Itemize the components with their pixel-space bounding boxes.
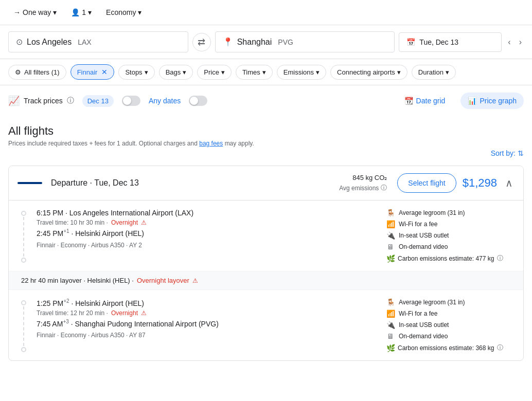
- calendar-icon: 📅: [406, 38, 415, 46]
- travel-time-text-1: Travel time: 10 hr 30 min ·: [37, 219, 108, 226]
- arrive-time-2: 7:45 AM: [37, 319, 63, 327]
- all-filters-button[interactable]: ⚙ All filters (1): [8, 65, 66, 80]
- all-filters-label: All filters (1): [24, 68, 60, 76]
- wifi-icon-2: 📶: [386, 309, 395, 318]
- amenity-video-1: 🖥 On-demand video: [386, 243, 515, 251]
- overnight-layover-label: Overnight layover: [137, 277, 189, 284]
- segment-timeline-2: [21, 300, 26, 352]
- passengers-button[interactable]: 👤 1 ▾: [66, 5, 97, 20]
- date-chip-label: Dec 13: [87, 97, 109, 105]
- video-label-1: On-demand video: [399, 243, 448, 250]
- any-dates-toggle[interactable]: [189, 96, 207, 106]
- bag-fees-link[interactable]: bag fees: [199, 140, 223, 147]
- price-graph-icon: 📊: [468, 97, 476, 105]
- date-field[interactable]: 📅 Tue, Dec 13: [399, 32, 502, 52]
- chevron-down-icon: ▾: [262, 68, 266, 76]
- select-flight-button[interactable]: Select flight: [397, 173, 456, 193]
- circle-icon: ⊙: [16, 37, 23, 47]
- airline-logo: [17, 175, 43, 191]
- flight-segment-1: 6:15 PM · Los Angeles International Airp…: [9, 200, 523, 271]
- depart-airport-2: Helsinki Airport (HEL): [75, 299, 144, 307]
- flight-card-header: Departure · Tue, Dec 13 845 kg CO₂ Avg e…: [9, 166, 523, 200]
- wifi-label-1: Wi-Fi for a fee: [399, 221, 437, 228]
- swap-button[interactable]: ⇄: [192, 33, 211, 51]
- timeline-dot-bottom-2: [21, 347, 26, 352]
- arrive-info-2: 7:45 AM+3 · Shanghai Pudong Internationa…: [37, 319, 386, 328]
- amenity-wifi-2: 📶 Wi-Fi for a fee: [386, 309, 515, 318]
- timeline-dot-bottom: [21, 258, 26, 263]
- duration-filter-button[interactable]: Duration ▾: [412, 65, 456, 80]
- info-icon-carbon-1[interactable]: ⓘ: [497, 254, 503, 263]
- amenity-usb-2: 🔌 In-seat USB outlet: [386, 321, 515, 329]
- filters-bar: ⚙ All filters (1) Finnair ✕ Stops ▾ Bags…: [0, 59, 532, 85]
- stops-label: Stops: [125, 68, 142, 76]
- emissions-info: 845 kg CO₂ Avg emissions ⓘ: [339, 174, 387, 192]
- origin-code: LAX: [78, 38, 91, 46]
- airline-info-2: Finnair · Economy · Airbus A350 · AY 87: [37, 332, 386, 339]
- sort-button[interactable]: Sort by: ⇅: [491, 149, 524, 157]
- emissions-label: Emissions: [283, 68, 314, 76]
- connecting-airports-filter-button[interactable]: Connecting airports ▾: [330, 65, 407, 80]
- legroom-label-2: Average legroom (31 in): [399, 299, 465, 306]
- warning-icon-layover: ⚠: [192, 277, 198, 284]
- destination-field[interactable]: 📍 Shanghai PVG: [215, 31, 395, 52]
- price-graph-label: Price graph: [480, 97, 517, 105]
- depart-superscript-2: +2: [63, 298, 69, 304]
- bags-label: Bags: [166, 68, 181, 76]
- price-graph-button[interactable]: 📊 Price graph: [460, 93, 524, 109]
- flight-segment-2: 1:25 PM+2 · Helsinki Airport (HEL) Trave…: [9, 290, 523, 360]
- date-grid-button[interactable]: 📆 Date grid: [397, 93, 453, 109]
- amenity-legroom-2: 🪑 Average legroom (31 in): [386, 298, 515, 306]
- duration-label: Duration: [418, 68, 444, 76]
- destination-city: Shanghai: [237, 38, 272, 47]
- info-icon[interactable]: ⓘ: [67, 96, 74, 105]
- usb-label-2: In-seat USB outlet: [399, 321, 449, 329]
- airline-filter-button[interactable]: Finnair ✕: [70, 64, 115, 80]
- right-actions: 📆 Date grid 📊 Price graph: [397, 93, 524, 109]
- warning-icon-2: ⚠: [141, 309, 147, 317]
- remove-filter-icon[interactable]: ✕: [101, 68, 108, 76]
- info-icon-carbon-2[interactable]: ⓘ: [497, 343, 503, 352]
- date-grid-icon: 📆: [404, 97, 413, 105]
- flight-card: Departure · Tue, Dec 13 845 kg CO₂ Avg e…: [8, 166, 524, 361]
- chevron-down-icon: ▾: [138, 8, 141, 16]
- amenity-usb-1: 🔌 In-seat USB outlet: [386, 231, 515, 240]
- segment-timeline-1: [21, 211, 26, 263]
- trip-type-label: One way: [23, 8, 51, 16]
- airline-info-1: Finnair · Economy · Airbus A350 · AY 2: [37, 242, 386, 249]
- stops-filter-button[interactable]: Stops ▾: [118, 65, 154, 80]
- destination-code: PVG: [278, 38, 293, 46]
- arrive-time-1: 2:45 PM: [37, 229, 63, 238]
- cabin-class-button[interactable]: Economy ▾: [101, 5, 147, 20]
- seat-icon-2: 🪑: [386, 298, 395, 306]
- overnight-label-2: Overnight: [111, 309, 138, 317]
- track-prices-toggle[interactable]: [122, 96, 140, 106]
- expand-button[interactable]: ∧: [503, 175, 515, 191]
- passengers-count: 1: [82, 8, 86, 16]
- bags-filter-button[interactable]: Bags ▾: [159, 65, 193, 80]
- emissions-filter-button[interactable]: Emissions ▾: [277, 65, 326, 80]
- info-icon-emissions[interactable]: ⓘ: [381, 184, 387, 192]
- chevron-down-icon: ▾: [397, 68, 401, 76]
- subtitle-end: may apply.: [225, 140, 254, 147]
- next-date-button[interactable]: ›: [517, 35, 524, 49]
- chevron-down-icon: ▾: [221, 68, 225, 76]
- toggle-knob: [123, 97, 131, 105]
- person-icon: 👤: [71, 8, 80, 16]
- search-bar: ⊙ Los Angeles LAX ⇄ 📍 Shanghai PVG 📅 Tue…: [0, 25, 532, 59]
- prev-date-button[interactable]: ‹: [506, 35, 512, 49]
- origin-field[interactable]: ⊙ Los Angeles LAX: [8, 31, 188, 52]
- top-bar: → One way ▾ 👤 1 ▾ Economy ▾: [0, 0, 532, 25]
- price-filter-button[interactable]: Price ▾: [197, 65, 232, 80]
- flight-departure-info: Departure · Tue, Dec 13: [51, 178, 339, 188]
- segment-details-1: 6:15 PM · Los Angeles International Airp…: [37, 209, 386, 263]
- date-grid-label: Date grid: [416, 97, 446, 105]
- track-prices-section: 📈 Track prices ⓘ Dec 13 Any dates 📆 Date…: [0, 85, 532, 116]
- connecting-airports-label: Connecting airports: [337, 68, 395, 76]
- trip-type-button[interactable]: → One way ▾: [8, 5, 62, 20]
- video-icon-2: 🖥: [386, 332, 395, 340]
- amenity-wifi-1: 📶 Wi-Fi for a fee: [386, 220, 515, 228]
- travel-time-2: Travel time: 12 hr 20 min · Overnight ⚠: [37, 309, 386, 317]
- depart-time-2: 1:25 PM: [37, 299, 63, 307]
- times-filter-button[interactable]: Times ▾: [236, 65, 273, 80]
